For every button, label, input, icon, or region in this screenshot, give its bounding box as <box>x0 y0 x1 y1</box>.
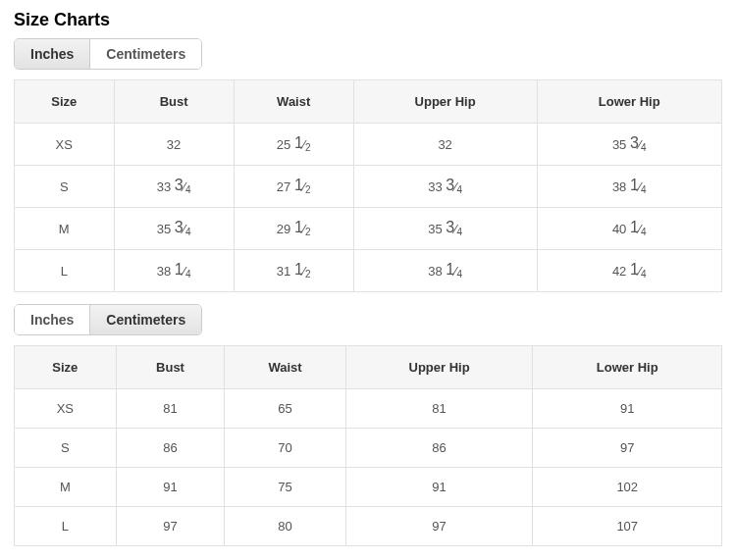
cell-lowerhip: 38 1⁄4 <box>537 166 721 208</box>
cell-waist: 25 1⁄2 <box>234 124 353 166</box>
cell-size: S <box>15 166 115 208</box>
size-table-inches: Size Bust Waist Upper Hip Lower Hip XS32… <box>14 79 722 292</box>
cell-lowerhip: 35 3⁄4 <box>537 124 721 166</box>
cell-bust: 35 3⁄4 <box>114 208 234 250</box>
cell-bust: 97 <box>116 507 225 546</box>
tab-centimeters[interactable]: Centimeters <box>90 305 201 334</box>
col-bust: Bust <box>114 80 234 124</box>
size-table-centimeters: Size Bust Waist Upper Hip Lower Hip XS81… <box>14 345 722 546</box>
cell-upperhip: 81 <box>345 389 533 429</box>
cell-upperhip: 33 3⁄4 <box>353 166 537 208</box>
cell-size: XS <box>15 124 115 166</box>
col-bust: Bust <box>116 346 225 389</box>
cell-lowerhip: 40 1⁄4 <box>537 208 721 250</box>
cell-upperhip: 38 1⁄4 <box>353 250 537 292</box>
col-lowerhip: Lower Hip <box>537 80 721 124</box>
unit-tabs-top: Inches Centimeters <box>14 38 202 70</box>
col-waist: Waist <box>234 80 353 124</box>
cell-upperhip: 86 <box>345 429 533 468</box>
table-row: L978097107 <box>15 507 722 546</box>
tab-inches[interactable]: Inches <box>15 39 90 69</box>
table-row: XS3225 1⁄23235 3⁄4 <box>15 124 722 166</box>
table-row: S86708697 <box>15 429 722 468</box>
col-upperhip: Upper Hip <box>345 346 533 389</box>
cell-waist: 65 <box>225 389 345 429</box>
page-title: Size Charts <box>14 10 722 30</box>
col-upperhip: Upper Hip <box>353 80 537 124</box>
cell-bust: 91 <box>116 468 225 507</box>
cell-size: S <box>15 429 117 468</box>
cell-lowerhip: 42 1⁄4 <box>537 250 721 292</box>
cell-waist: 27 1⁄2 <box>234 166 353 208</box>
col-waist: Waist <box>225 346 345 389</box>
table-row: L38 1⁄431 1⁄238 1⁄442 1⁄4 <box>15 250 722 292</box>
cell-lowerhip: 97 <box>533 429 722 468</box>
cell-size: XS <box>15 389 117 429</box>
cell-waist: 29 1⁄2 <box>234 208 353 250</box>
cell-upperhip: 91 <box>345 468 533 507</box>
cell-upperhip: 32 <box>353 124 537 166</box>
cell-upperhip: 97 <box>345 507 533 546</box>
col-size: Size <box>15 80 115 124</box>
table-row: S33 3⁄427 1⁄233 3⁄438 1⁄4 <box>15 166 722 208</box>
col-size: Size <box>15 346 117 389</box>
cell-bust: 81 <box>116 389 225 429</box>
table-row: M917591102 <box>15 468 722 507</box>
cell-bust: 32 <box>114 124 234 166</box>
tab-inches[interactable]: Inches <box>15 305 90 334</box>
cell-lowerhip: 91 <box>533 389 722 429</box>
cell-waist: 80 <box>225 507 345 546</box>
cell-upperhip: 35 3⁄4 <box>353 208 537 250</box>
cell-size: M <box>15 208 115 250</box>
cell-bust: 33 3⁄4 <box>114 166 234 208</box>
cell-bust: 86 <box>116 429 225 468</box>
cell-bust: 38 1⁄4 <box>114 250 234 292</box>
cell-lowerhip: 102 <box>533 468 722 507</box>
unit-tabs-bottom: Inches Centimeters <box>14 304 202 335</box>
cell-size: L <box>15 250 115 292</box>
cell-waist: 70 <box>225 429 345 468</box>
cell-size: M <box>15 468 117 507</box>
cell-size: L <box>15 507 117 546</box>
col-lowerhip: Lower Hip <box>533 346 722 389</box>
cell-waist: 75 <box>225 468 345 507</box>
table-row: M35 3⁄429 1⁄235 3⁄440 1⁄4 <box>15 208 722 250</box>
cell-lowerhip: 107 <box>533 507 722 546</box>
tab-centimeters[interactable]: Centimeters <box>90 39 201 69</box>
cell-waist: 31 1⁄2 <box>234 250 353 292</box>
table-row: XS81658191 <box>15 389 722 429</box>
